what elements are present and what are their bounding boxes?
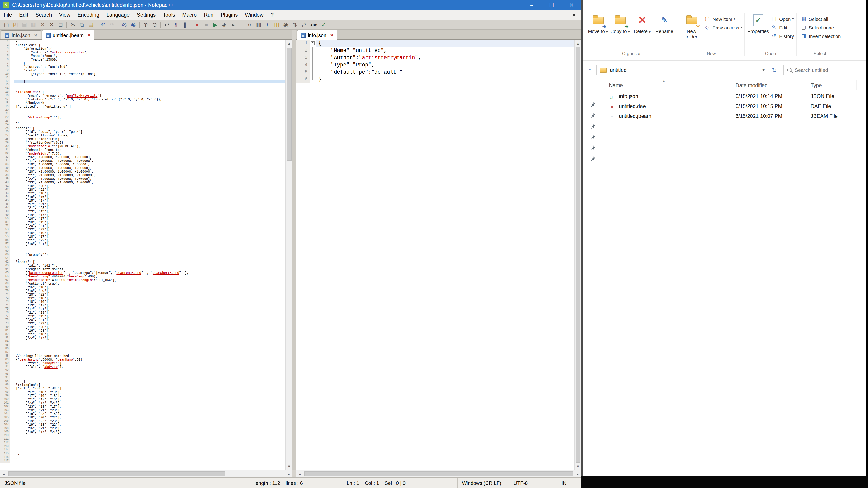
- fold-margin[interactable]: [10, 119, 14, 123]
- fold-margin[interactable]: [10, 445, 14, 448]
- fold-margin[interactable]: [10, 134, 14, 137]
- fold-margin[interactable]: [10, 54, 14, 58]
- fold-margin[interactable]: [10, 148, 14, 152]
- fold-margin[interactable]: [10, 181, 14, 184]
- show-all-characters-icon[interactable]: ¶: [172, 21, 180, 29]
- fold-margin[interactable]: [10, 416, 14, 419]
- fold-margin[interactable]: [10, 383, 14, 387]
- scrollbar-thumb[interactable]: [8, 471, 225, 476]
- close-icon[interactable]: ✕: [561, 0, 581, 10]
- fold-margin[interactable]: [10, 409, 14, 412]
- fold-margin[interactable]: [10, 336, 14, 340]
- pin-icon[interactable]: [590, 156, 596, 162]
- fold-margin[interactable]: -: [310, 40, 316, 47]
- fold-margin[interactable]: [10, 58, 14, 61]
- fold-margin[interactable]: [10, 325, 14, 329]
- fold-margin[interactable]: [10, 304, 14, 307]
- save-icon[interactable]: ▣: [20, 21, 29, 29]
- open-folder-icon[interactable]: ◰: [11, 21, 20, 29]
- file-row-info-json[interactable]: info.json6/15/2021 10:14 PMJSON File: [604, 91, 862, 101]
- fold-margin[interactable]: [10, 238, 14, 242]
- fold-margin[interactable]: [10, 246, 14, 250]
- menu-plugins[interactable]: Plugins: [217, 10, 241, 20]
- fold-margin[interactable]: [10, 318, 14, 322]
- spellcheck-auto-icon[interactable]: ✓: [320, 21, 328, 29]
- print-icon[interactable]: ⊟: [57, 21, 65, 29]
- fold-margin[interactable]: [10, 387, 14, 390]
- fold-margin[interactable]: [10, 398, 14, 401]
- select-all-button[interactable]: ▦ Select all: [800, 14, 841, 23]
- fold-margin[interactable]: [10, 275, 14, 278]
- fold-margin[interactable]: [10, 253, 14, 257]
- fold-margin[interactable]: [10, 351, 14, 354]
- fold-margin[interactable]: [10, 361, 14, 365]
- sync-horizontal-scroll-icon[interactable]: ⇄: [300, 21, 308, 29]
- menu-view[interactable]: View: [56, 10, 74, 20]
- breadcrumb[interactable]: untitled ▼: [596, 65, 769, 75]
- fold-margin[interactable]: [10, 177, 14, 181]
- pin-icon[interactable]: [590, 123, 596, 129]
- breadcrumb-path[interactable]: untitled: [610, 67, 627, 73]
- tab-info-json[interactable]: info.json✕: [1, 30, 41, 39]
- history-button[interactable]: ↺ History: [771, 32, 794, 40]
- indent-guide-icon[interactable]: ∥: [181, 21, 189, 29]
- fold-margin[interactable]: [10, 213, 14, 217]
- fold-margin[interactable]: [10, 271, 14, 275]
- fold-margin[interactable]: [10, 210, 14, 213]
- fold-margin[interactable]: [10, 83, 14, 87]
- fold-collapse-icon[interactable]: -: [311, 41, 315, 45]
- fold-margin[interactable]: [10, 184, 14, 188]
- fold-margin[interactable]: [10, 434, 14, 437]
- fold-margin[interactable]: [10, 412, 14, 416]
- horizontal-scrollbar[interactable]: ◂ ▸: [296, 470, 581, 477]
- menu-tools[interactable]: Tools: [159, 10, 179, 20]
- fold-margin[interactable]: [10, 202, 14, 206]
- fold-margin[interactable]: [10, 300, 14, 304]
- fold-margin[interactable]: [10, 311, 14, 315]
- search-box[interactable]: [783, 65, 864, 75]
- new-item-button[interactable]: ▢ New item▾: [704, 14, 742, 23]
- scroll-right-icon[interactable]: ▸: [285, 470, 292, 478]
- close-all-icon[interactable]: ✕: [48, 21, 56, 29]
- folder-as-workspace-icon[interactable]: ◫: [273, 21, 281, 29]
- fold-margin[interactable]: [10, 98, 14, 101]
- close-tab-icon[interactable]: ✕: [34, 33, 37, 37]
- vertical-scrollbar[interactable]: ▲ ▼: [285, 40, 292, 470]
- pin-icon[interactable]: [590, 101, 596, 107]
- cut-icon[interactable]: ✂: [69, 21, 77, 29]
- scroll-down-icon[interactable]: ▼: [575, 463, 581, 470]
- fold-margin[interactable]: [10, 144, 14, 148]
- menu-search[interactable]: Search: [32, 10, 56, 20]
- fold-margin[interactable]: [10, 47, 14, 51]
- column-header-type[interactable]: Type: [806, 80, 857, 90]
- menu-window[interactable]: Window: [241, 10, 267, 20]
- fold-margin[interactable]: [10, 94, 14, 98]
- fold-margin[interactable]: [310, 54, 316, 61]
- fold-margin[interactable]: [10, 163, 14, 166]
- fold-margin[interactable]: [10, 423, 14, 427]
- fold-margin[interactable]: [10, 340, 14, 344]
- close-tab-icon[interactable]: ✕: [87, 33, 91, 37]
- pane-splitter[interactable]: [292, 40, 296, 470]
- scroll-up-icon[interactable]: ▲: [575, 40, 581, 47]
- fold-margin[interactable]: [10, 221, 14, 224]
- pin-icon[interactable]: [590, 112, 596, 119]
- fold-margin[interactable]: [10, 390, 14, 394]
- editor-pane-left[interactable]: 1{2"untitled": {3 "information":{4 "auth…: [0, 40, 292, 470]
- fold-margin[interactable]: [10, 87, 14, 90]
- fold-margin[interactable]: [10, 116, 14, 119]
- fold-margin[interactable]: [310, 69, 316, 76]
- save-macro-icon[interactable]: ◈: [220, 21, 228, 29]
- tab-info-json[interactable]: info.json✕: [297, 30, 337, 40]
- menu-file[interactable]: File: [0, 10, 16, 20]
- fold-margin[interactable]: [10, 108, 14, 112]
- menu-item[interactable]: ?: [267, 10, 277, 20]
- vertical-scrollbar[interactable]: ▲ ▼: [574, 40, 581, 470]
- scrollbar-thumb[interactable]: [287, 48, 291, 161]
- fold-margin[interactable]: [10, 79, 14, 83]
- pin-icon[interactable]: [590, 134, 596, 140]
- fold-margin[interactable]: [10, 65, 14, 69]
- fold-margin[interactable]: [10, 257, 14, 260]
- fold-margin[interactable]: [10, 156, 14, 159]
- scrollbar-thumb[interactable]: [304, 471, 573, 476]
